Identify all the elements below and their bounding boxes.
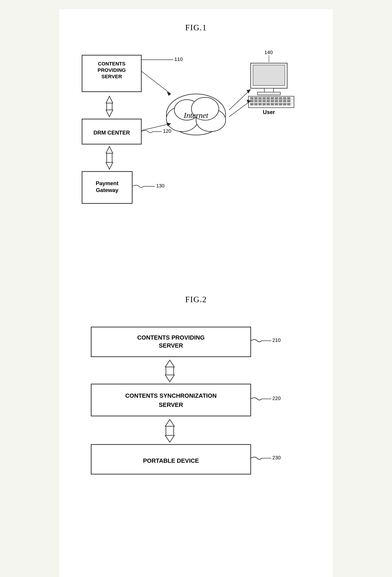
svg-rect-65 [262, 103, 266, 105]
svg-line-73 [229, 89, 251, 110]
svg-rect-58 [275, 100, 278, 102]
svg-marker-91 [165, 419, 174, 426]
svg-marker-14 [106, 146, 113, 153]
svg-rect-0 [82, 55, 141, 92]
svg-rect-61 [287, 100, 290, 102]
svg-rect-53 [254, 100, 258, 102]
svg-rect-42 [250, 97, 253, 99]
svg-rect-63 [254, 103, 258, 105]
svg-text:DRM CENTER: DRM CENTER [94, 130, 130, 136]
svg-rect-67 [271, 103, 274, 105]
svg-rect-59 [279, 100, 282, 102]
svg-text:220: 220 [272, 396, 281, 401]
svg-rect-54 [259, 100, 262, 102]
svg-rect-50 [283, 97, 286, 99]
fig2-diagram: CONTENTS PROVIDING SERVER 210 CONTENTS S… [77, 313, 315, 564]
svg-rect-51 [287, 97, 290, 99]
page: FIG.1 CONTENTS PROVIDING SERVER 110 DRM … [59, 9, 333, 577]
svg-rect-64 [259, 103, 262, 105]
svg-text:Payment: Payment [96, 180, 119, 186]
svg-rect-36 [253, 65, 285, 85]
svg-line-75 [229, 101, 251, 117]
svg-rect-44 [259, 97, 262, 99]
svg-text:120: 120 [163, 128, 171, 134]
svg-rect-60 [283, 100, 286, 102]
svg-rect-86 [91, 384, 251, 416]
svg-rect-71 [287, 103, 290, 105]
svg-text:CONTENTS SYNCHRONIZATION: CONTENTS SYNCHRONIZATION [125, 392, 217, 399]
svg-text:PORTABLE DEVICE: PORTABLE DEVICE [143, 457, 199, 464]
svg-text:PROVIDING: PROVIDING [98, 67, 126, 73]
svg-rect-47 [271, 97, 274, 99]
svg-rect-45 [262, 97, 266, 99]
svg-text:Gateway: Gateway [96, 187, 119, 193]
svg-text:140: 140 [264, 49, 273, 55]
svg-rect-52 [250, 100, 253, 102]
svg-text:210: 210 [272, 337, 281, 343]
svg-marker-6 [106, 96, 113, 103]
svg-rect-48 [275, 97, 278, 99]
svg-rect-69 [279, 103, 282, 105]
svg-text:Internet: Internet [183, 111, 209, 119]
fig2-title: FIG.2 [77, 295, 315, 304]
svg-rect-49 [279, 97, 282, 99]
svg-marker-15 [106, 162, 113, 169]
svg-rect-62 [250, 103, 253, 105]
svg-text:SERVER: SERVER [159, 401, 183, 408]
svg-rect-38 [258, 92, 280, 95]
svg-marker-92 [165, 435, 174, 442]
svg-rect-56 [267, 100, 270, 102]
fig1-title: FIG.1 [77, 23, 315, 32]
svg-text:SERVER: SERVER [159, 342, 183, 349]
svg-marker-82 [165, 360, 174, 367]
svg-rect-57 [271, 100, 274, 102]
svg-line-29 [141, 71, 171, 94]
svg-text:User: User [263, 109, 275, 115]
svg-text:230: 230 [272, 455, 281, 461]
svg-rect-70 [283, 103, 286, 105]
svg-text:110: 110 [174, 56, 183, 62]
svg-text:130: 130 [156, 183, 164, 189]
svg-text:SERVER: SERVER [101, 74, 122, 79]
svg-marker-83 [165, 375, 174, 382]
svg-marker-7 [106, 110, 113, 117]
svg-rect-46 [267, 97, 270, 99]
svg-rect-77 [91, 327, 251, 357]
svg-rect-68 [275, 103, 278, 105]
svg-text:CONTENTS: CONTENTS [98, 61, 126, 67]
svg-text:CONTENTS PROVIDING: CONTENTS PROVIDING [137, 334, 205, 341]
fig1-diagram: CONTENTS PROVIDING SERVER 110 DRM CENTER… [77, 41, 315, 281]
svg-rect-66 [267, 103, 270, 105]
svg-rect-43 [254, 97, 258, 99]
svg-rect-55 [262, 100, 266, 102]
